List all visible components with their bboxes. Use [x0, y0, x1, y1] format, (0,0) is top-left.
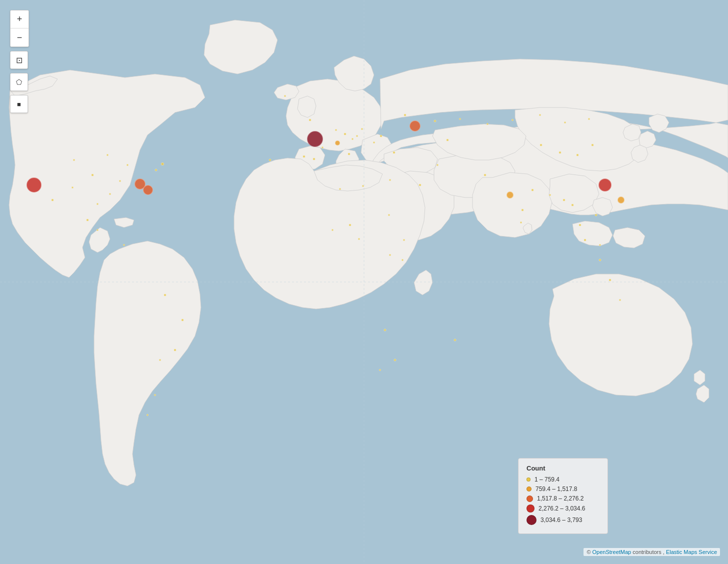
- attribution-prefix: ©: [586, 549, 592, 555]
- legend-label: 759.4 – 1,517.8: [536, 486, 577, 492]
- legend-label: 1,517.8 – 2,276.2: [537, 495, 584, 502]
- zoom-controls: + −: [10, 10, 29, 47]
- legend-circle: [526, 478, 530, 482]
- legend-title: Count: [526, 464, 600, 472]
- legend-items: 1 – 759.4759.4 – 1,517.81,517.8 – 2,276.…: [526, 476, 600, 525]
- legend-circle: [526, 504, 534, 512]
- legend-item: 759.4 – 1,517.8: [526, 486, 600, 492]
- map-svg: [0, 0, 728, 564]
- legend-circle: [526, 496, 533, 502]
- polygon-icon: ⬠: [16, 78, 22, 86]
- legend-circle: [526, 486, 532, 492]
- legend-label: 2,276.2 – 3,034.6: [538, 505, 585, 512]
- osm-link[interactable]: OpenStreetMap: [592, 549, 632, 555]
- crop-button[interactable]: ⊡: [10, 51, 28, 69]
- legend-item: 3,034.6 – 3,793: [526, 515, 600, 525]
- legend-item: 2,276.2 – 3,034.6: [526, 504, 600, 512]
- legend-item: 1 – 759.4: [526, 476, 600, 483]
- attribution-middle: contributors ,: [631, 549, 666, 555]
- zoom-in-button[interactable]: +: [10, 10, 28, 28]
- ems-link[interactable]: Elastic Maps Service: [666, 549, 717, 555]
- legend: Count 1 – 759.4759.4 – 1,517.81,517.8 – …: [518, 458, 608, 534]
- polygon-button[interactable]: ⬠: [10, 73, 28, 91]
- crop-icon: ⊡: [16, 56, 22, 65]
- legend-item: 1,517.8 – 2,276.2: [526, 495, 600, 502]
- map-controls: + − ⊡ ⬠ ■: [10, 10, 29, 116]
- legend-label: 1 – 759.4: [534, 476, 560, 483]
- square-button[interactable]: ■: [10, 95, 28, 113]
- legend-label: 3,034.6 – 3,793: [540, 516, 582, 524]
- attribution: © OpenStreetMap contributors , Elastic M…: [584, 548, 720, 556]
- map-container: + − ⊡ ⬠ ■ Count 1 – 759.4759.4 – 1,517.8…: [0, 0, 728, 564]
- square-icon: ■: [17, 100, 21, 108]
- zoom-out-button[interactable]: −: [10, 28, 28, 46]
- legend-circle: [526, 515, 536, 525]
